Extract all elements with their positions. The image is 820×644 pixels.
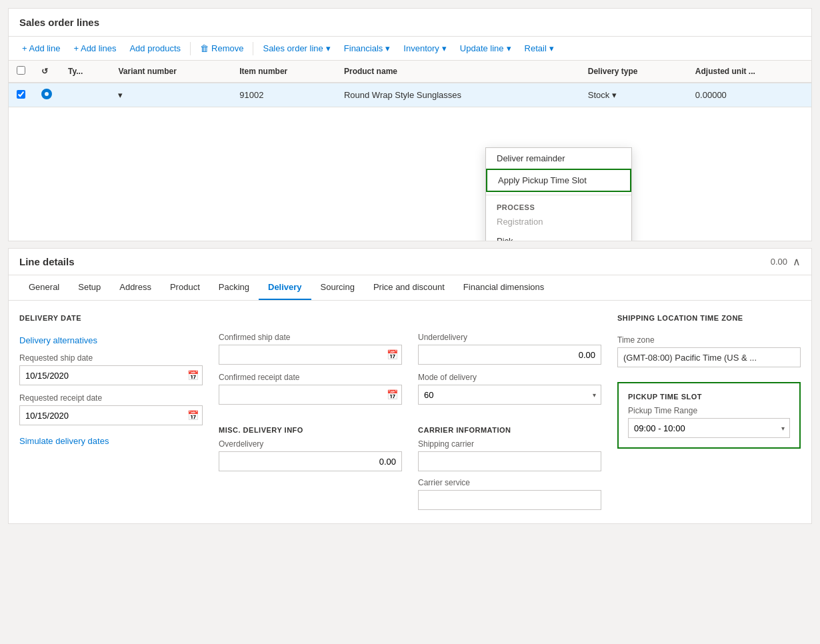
requested-ship-date-wrapper: 📅 (19, 365, 203, 385)
confirmed-receipt-date-wrapper: 📅 (219, 385, 402, 405)
shipping-carrier-input[interactable] (418, 451, 601, 471)
confirmed-receipt-date-input[interactable] (219, 385, 402, 405)
shipping-location-column: SHIPPING LOCATION TIME ZONE Time zone (G… (617, 314, 801, 510)
shipping-location-title: SHIPPING LOCATION TIME ZONE (617, 314, 801, 322)
trash-icon: 🗑 (200, 43, 209, 53)
pickup-time-range-field: Pickup Time Range 09:00 - 10:00 ▾ (628, 406, 790, 438)
shipping-carrier-label: Shipping carrier (418, 439, 601, 449)
inventory-label: Inventory (403, 43, 439, 53)
row-checkbox[interactable] (9, 83, 33, 107)
confirmed-ship-date-input[interactable] (219, 345, 402, 365)
carrier-service-input[interactable] (418, 490, 601, 510)
delivery-date-column: DELIVERY DATE Delivery alternatives Requ… (19, 314, 203, 510)
carrier-service-field: Carrier service (418, 478, 601, 510)
requested-receipt-date-input[interactable] (19, 405, 203, 425)
add-line-button[interactable]: + Add line (17, 41, 65, 56)
tab-price-discount[interactable]: Price and discount (364, 275, 454, 300)
add-products-button[interactable]: Add products (124, 41, 186, 56)
confirmed-receipt-date-field: Confirmed receipt date 📅 (219, 373, 402, 405)
requested-receipt-date-label: Requested receipt date (19, 393, 203, 403)
remove-button[interactable]: 🗑 Remove (195, 41, 249, 56)
tab-setup[interactable]: Setup (69, 275, 110, 300)
requested-ship-date-input[interactable] (19, 365, 203, 385)
row-ty (60, 83, 110, 107)
inventory-button[interactable]: Inventory ▾ (398, 41, 451, 56)
financials-label: Financials (344, 43, 383, 53)
dropdown-deliver-remainder[interactable]: Deliver remainder (486, 148, 631, 169)
add-products-label: Add products (129, 43, 181, 53)
line-details-panel: Line details 0.00 ∧ General Setup Addres… (8, 248, 812, 524)
misc-delivery-title: MISC. DELIVERY INFO (219, 426, 402, 434)
mode-of-delivery-wrapper: 60 ▾ (418, 385, 601, 405)
tab-delivery[interactable]: Delivery (259, 275, 311, 300)
line-details-value: 0.00 (771, 257, 787, 267)
toolbar-separator (190, 42, 191, 55)
requested-ship-date-label: Requested ship date (19, 353, 203, 363)
variant-chevron-icon: ▾ (118, 90, 123, 100)
calendar-icon-3: 📅 (387, 349, 398, 360)
line-details-meta: 0.00 ∧ (771, 255, 801, 268)
update-line-label: Update line (460, 43, 504, 53)
requested-receipt-date-field: Requested receipt date 📅 (19, 393, 203, 425)
dropdown-apply-pickup[interactable]: Apply Pickup Time Slot (486, 169, 631, 192)
col-checkbox (9, 61, 33, 83)
sales-order-line-button[interactable]: Sales order line ▾ (257, 41, 335, 56)
underdelivery-input[interactable] (418, 345, 601, 365)
timezone-value: (GMT-08:00) Pacific Time (US & ... (617, 347, 801, 367)
col-product-name: Product name (336, 61, 554, 83)
chevron-down-icon: ▾ (326, 43, 331, 53)
delivery-date-section-title: DELIVERY DATE (19, 314, 203, 322)
row-product-name: Round Wrap Style Sunglasses (336, 83, 554, 107)
col-variant: Variant number (110, 61, 231, 83)
confirmed-ship-date-wrapper: 📅 (219, 345, 402, 365)
calendar-icon-1: 📅 (187, 370, 199, 381)
tab-product[interactable]: Product (161, 275, 209, 300)
mode-of-delivery-select[interactable]: 60 (418, 385, 601, 405)
timezone-field: Time zone (GMT-08:00) Pacific Time (US &… (617, 335, 801, 367)
simulate-delivery-dates-link[interactable]: Simulate delivery dates (19, 436, 203, 446)
tab-packing[interactable]: Packing (209, 275, 259, 300)
update-line-button[interactable]: Update line ▾ (455, 41, 517, 56)
table-row[interactable]: ▾ 91002 Round Wrap Style Sunglasses Stoc… (9, 83, 811, 107)
row-radio[interactable] (33, 83, 60, 107)
line-details-title: Line details (19, 256, 75, 267)
col-adjusted-unit: Adjusted unit ... (687, 61, 811, 83)
calendar-icon-2: 📅 (187, 410, 199, 421)
tab-address[interactable]: Address (110, 275, 161, 300)
chevron-down-icon-3: ▾ (442, 43, 447, 53)
select-all-checkbox[interactable] (17, 66, 25, 75)
col-delivery-type: Delivery type (580, 61, 687, 83)
pickup-time-range-select[interactable]: 09:00 - 10:00 (628, 418, 790, 438)
calendar-icon-4: 📅 (387, 389, 398, 400)
confirmed-dates-column: Confirmed ship date 📅 Confirmed receipt … (219, 314, 402, 510)
carrier-column: Underdelivery Mode of delivery 60 ▾ (418, 314, 601, 510)
add-line-label: + Add line (22, 43, 60, 53)
collapse-button[interactable]: ∧ (793, 255, 801, 268)
sales-order-lines-title: Sales order lines (9, 9, 811, 37)
overdelivery-label: Overdelivery (219, 439, 402, 449)
update-line-dropdown: Deliver remainder Apply Pickup Time Slot… (485, 147, 632, 241)
retail-button[interactable]: Retail ▾ (519, 41, 559, 56)
overdelivery-input[interactable] (219, 451, 402, 471)
misc-delivery-section: MISC. DELIVERY INFO Overdelivery (219, 426, 402, 471)
shipping-carrier-field: Shipping carrier (418, 439, 601, 471)
pickup-time-range-wrapper: 09:00 - 10:00 ▾ (628, 418, 790, 438)
col-radio: ↺ (33, 61, 60, 83)
delivery-alternatives-link[interactable]: Delivery alternatives (19, 335, 203, 345)
underdelivery-field: Underdelivery (418, 333, 601, 365)
add-lines-button[interactable]: + Add lines (68, 41, 121, 56)
dropdown-pick[interactable]: Pick (486, 231, 631, 241)
col-empty (554, 61, 580, 83)
requested-ship-date-field: Requested ship date 📅 (19, 353, 203, 385)
confirmed-ship-date-field: Confirmed ship date 📅 (219, 333, 402, 365)
add-lines-label: + Add lines (73, 43, 116, 53)
row-empty (554, 83, 580, 107)
refresh-icon: ↺ (41, 67, 48, 76)
carrier-info-section: CARRIER INFORMATION Shipping carrier Car… (418, 426, 601, 510)
financials-button[interactable]: Financials ▾ (339, 41, 396, 56)
tab-general[interactable]: General (19, 275, 69, 300)
tab-financial-dimensions[interactable]: Financial dimensions (454, 275, 553, 300)
line-details-header: Line details 0.00 ∧ (9, 249, 811, 275)
tab-sourcing[interactable]: Sourcing (311, 275, 364, 300)
mode-of-delivery-label: Mode of delivery (418, 373, 601, 382)
